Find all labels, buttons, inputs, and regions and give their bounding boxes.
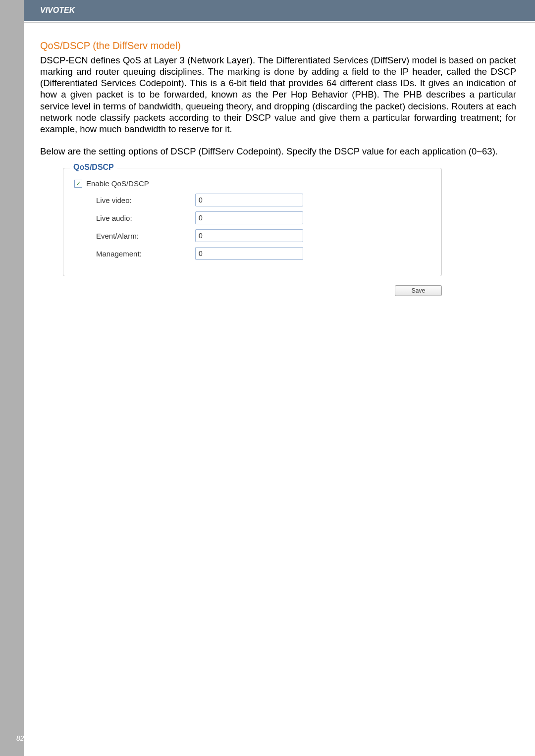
live-audio-label: Live audio: [96,214,195,222]
enable-qos-checkbox[interactable]: ✓ [74,180,82,188]
enable-qos-label: Enable QoS/DSCP [86,179,149,188]
field-row-event-alarm: Event/Alarm: [96,229,431,242]
check-icon: ✓ [76,180,81,187]
field-row-live-video: Live video: [96,194,431,206]
page-container: VIVOTEK QoS/DSCP (the DiffServ model) DS… [24,0,535,756]
management-label: Management: [96,250,195,258]
content-area: QoS/DSCP (the DiffServ model) DSCP-ECN d… [24,23,535,296]
header-bar: VIVOTEK [24,0,535,21]
footer-text: 82 - User's Manual [16,734,74,742]
brand-title: VIVOTEK [40,6,75,15]
save-button[interactable]: Save [395,285,442,296]
body-paragraph-2: Below are the setting options of DSCP (D… [40,146,516,157]
body-paragraph-1: DSCP-ECN defines QoS at Layer 3 (Network… [40,54,516,135]
event-alarm-input[interactable] [195,229,303,242]
enable-checkbox-row: ✓ Enable QoS/DSCP [74,179,431,188]
field-row-management: Management: [96,247,431,260]
qos-dscp-panel: QoS/DSCP ✓ Enable QoS/DSCP Live video: L… [63,168,442,276]
save-button-row: Save [40,285,442,296]
live-audio-input[interactable] [195,211,303,224]
live-video-input[interactable] [195,194,303,206]
live-video-label: Live video: [96,196,195,204]
section-title: QoS/DSCP (the DiffServ model) [40,40,516,51]
field-row-live-audio: Live audio: [96,211,431,224]
panel-legend: QoS/DSCP [70,163,117,172]
event-alarm-label: Event/Alarm: [96,232,195,240]
management-input[interactable] [195,247,303,260]
